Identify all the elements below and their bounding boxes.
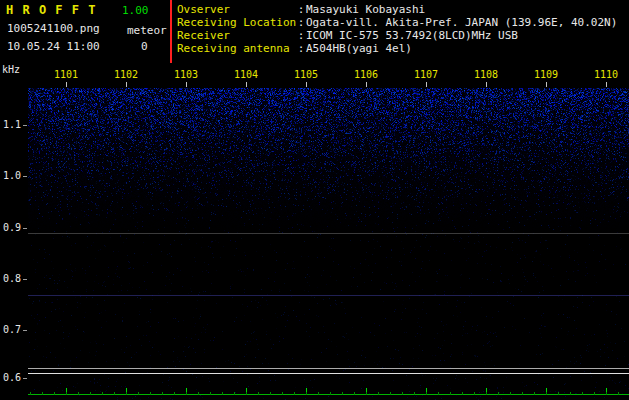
header-divider <box>170 0 172 63</box>
info-value: A504HB(yagi 4el) <box>306 42 627 55</box>
datetime-label: 10.05.24 11:00 <box>7 40 100 53</box>
y-tick-mark <box>23 125 27 126</box>
y-tick-mark <box>23 176 27 177</box>
info-label: Receiver <box>177 29 296 42</box>
x-tick-label: 1107 <box>413 69 439 80</box>
spectrogram-canvas <box>28 88 629 400</box>
app-version: 1.00 <box>122 4 149 17</box>
y-tick-label: 0.9 <box>3 222 25 233</box>
info-separator: : <box>296 3 306 16</box>
info-separator: : <box>296 42 306 55</box>
info-row: Receiving antenna : A504HB(yagi 4el) <box>177 42 627 55</box>
x-tick-label: 1106 <box>353 69 379 80</box>
x-tick-label: 1108 <box>473 69 499 80</box>
info-separator: : <box>296 29 306 42</box>
app-title: H R O F F T <box>6 3 96 17</box>
x-tick-mark <box>246 82 247 87</box>
y-tick-label: 0.7 <box>3 324 25 335</box>
info-label: Receiving antenna <box>177 42 296 55</box>
y-tick-mark <box>23 228 27 229</box>
x-tick-mark <box>66 82 67 87</box>
y-tick-label: 1.1 <box>3 119 25 130</box>
x-tick-label: 1105 <box>293 69 319 80</box>
x-tick-mark <box>546 82 547 87</box>
output-filename: 1005241100.png <box>7 22 100 35</box>
x-tick-mark <box>306 82 307 87</box>
x-tick-mark <box>126 82 127 87</box>
info-row: Ovserver : Masayuki Kobayashi <box>177 3 627 16</box>
info-value: Ogata-vill. Akita-Pref. JAPAN (139.96E, … <box>306 16 627 29</box>
y-tick-mark <box>23 279 27 280</box>
x-tick-mark <box>426 82 427 87</box>
mode-label: meteor <box>127 24 167 37</box>
info-row: Receiver : ICOM IC-575 53.7492(8LCD)MHz … <box>177 29 627 42</box>
x-tick-label: 1101 <box>53 69 79 80</box>
x-tick-mark <box>606 82 607 87</box>
observer-info: Ovserver : Masayuki Kobayashi Receiving … <box>177 3 627 55</box>
y-tick-label: 0.6 <box>3 372 25 383</box>
x-tick-label: 1103 <box>173 69 199 80</box>
x-tick-label: 1102 <box>113 69 139 80</box>
info-value: ICOM IC-575 53.7492(8LCD)MHz USB <box>306 29 627 42</box>
info-row: Receiving Location : Ogata-vill. Akita-P… <box>177 16 627 29</box>
x-tick-mark <box>486 82 487 87</box>
x-tick-label: 1109 <box>533 69 559 80</box>
y-tick-label: 0.8 <box>3 273 25 284</box>
hrofft-screen: H R O F F T 1.00 1005241100.png meteor 1… <box>0 0 629 400</box>
y-tick-mark <box>23 378 27 379</box>
y-tick-label: 1.0 <box>3 170 25 181</box>
x-tick-mark <box>186 82 187 87</box>
info-separator: : <box>296 16 306 29</box>
info-label: Receiving Location <box>177 16 296 29</box>
meteor-count: 0 <box>141 40 148 53</box>
info-label: Ovserver <box>177 3 296 16</box>
x-tick-label: 1110 <box>593 69 619 80</box>
y-axis-unit: kHz <box>2 64 20 75</box>
x-tick-mark <box>366 82 367 87</box>
x-tick-label: 1104 <box>233 69 259 80</box>
y-tick-mark <box>23 330 27 331</box>
info-value: Masayuki Kobayashi <box>306 3 627 16</box>
